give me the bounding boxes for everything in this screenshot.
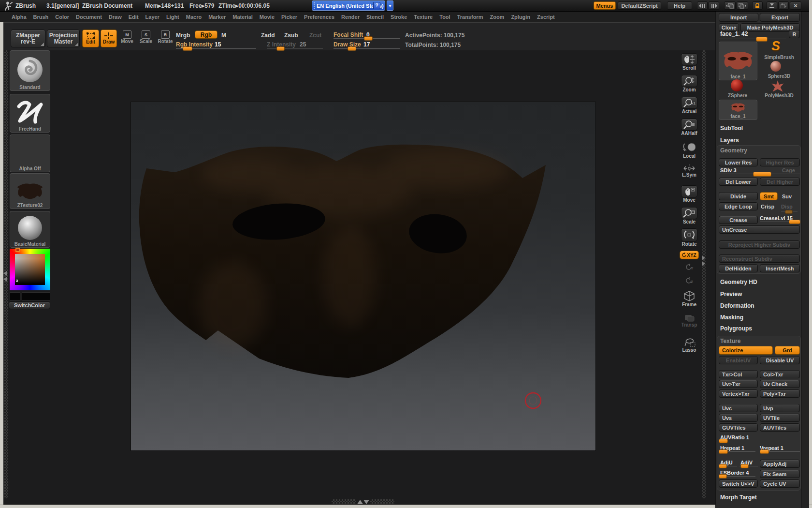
section-texture[interactable]: Texture: [720, 338, 740, 344]
guvtiles-button[interactable]: GUVTiles: [719, 423, 758, 432]
poly-txr-button[interactable]: Poly>Txr: [760, 389, 800, 398]
lock-button[interactable]: [752, 1, 763, 10]
lsym-button[interactable]: L.Sym: [679, 164, 700, 178]
auvtiles-button[interactable]: AUVTiles: [760, 423, 800, 432]
disp-slider-handle[interactable]: [785, 210, 793, 214]
rolldown-button[interactable]: [767, 1, 777, 10]
document-canvas[interactable]: [131, 102, 595, 450]
menu-item[interactable]: Layer: [145, 14, 160, 20]
crease-lvl-handle[interactable]: [789, 220, 800, 224]
fix-seam-button[interactable]: Fix Seam: [760, 470, 800, 478]
language-options-button[interactable]: ▾: [387, 0, 393, 11]
crease-button[interactable]: Crease: [719, 216, 758, 224]
menu-item[interactable]: Picker: [281, 14, 297, 20]
cage-button[interactable]: Cage: [782, 167, 795, 173]
uncrease-button[interactable]: UnCrease: [719, 225, 800, 234]
insert-mesh-button[interactable]: InsertMesh: [760, 264, 800, 272]
z-intensity-track[interactable]: [267, 48, 323, 49]
uvc-button[interactable]: Uvc: [719, 404, 758, 412]
brush-thumbnail-standard[interactable]: Standard: [10, 50, 50, 91]
menu-item[interactable]: Movie: [260, 14, 275, 20]
tool-item-slider-handle[interactable]: [756, 37, 768, 42]
draw-size-handle[interactable]: [348, 46, 356, 51]
focal-shift-handle[interactable]: [364, 36, 373, 41]
texture-thumbnail-ztexture02[interactable]: ZTexture02: [10, 173, 50, 209]
color-picker-sv-square[interactable]: [15, 254, 45, 285]
col-txr-button[interactable]: Col>Txr: [760, 370, 800, 378]
zoom-button[interactable]: Zoom: [679, 75, 700, 92]
z-intensity-handle[interactable]: [276, 46, 285, 51]
adju-handle[interactable]: [719, 464, 727, 468]
left-tray-arrows[interactable]: [3, 271, 9, 282]
secondary-color-swatch[interactable]: [22, 292, 50, 300]
rotate-mode-button[interactable]: R Rotate: [156, 30, 175, 44]
vertex-txr-button[interactable]: Vertex>Txr: [719, 389, 758, 398]
section-deformation[interactable]: Deformation: [720, 302, 754, 309]
r-button[interactable]: R: [789, 30, 800, 38]
lower-res-button[interactable]: Lower Res: [719, 158, 758, 166]
scroll-button[interactable]: Scroll: [679, 53, 700, 71]
sdiv-slider-handle[interactable]: [753, 172, 771, 177]
y-rotate-button[interactable]: Y: [679, 263, 700, 271]
menu-item[interactable]: Document: [76, 14, 102, 20]
zadd-button[interactable]: Zadd: [261, 32, 275, 39]
section-geometry-hd[interactable]: Geometry HD: [720, 279, 757, 285]
del-higher-button[interactable]: Del Higher: [760, 178, 800, 186]
restore-button[interactable]: [778, 1, 789, 10]
txr-col-button[interactable]: Txr>Col: [719, 370, 758, 378]
z-rotate-button[interactable]: Z: [679, 277, 700, 284]
color-picker[interactable]: [10, 249, 50, 290]
reproject-button[interactable]: Reproject Higher Subdiv: [719, 240, 800, 249]
main-color-swatch[interactable]: [10, 292, 20, 300]
menu-item[interactable]: Transform: [457, 14, 483, 20]
reconstruct-button[interactable]: Reconstruct Subdiv: [719, 254, 800, 263]
section-subtool[interactable]: SubTool: [720, 125, 743, 132]
xyz-button[interactable]: XYZ: [680, 251, 699, 259]
color-picker-sv-marker[interactable]: [16, 280, 18, 282]
menu-item[interactable]: Color: [55, 14, 69, 20]
transp-button[interactable]: Transp: [679, 314, 700, 328]
frame-button[interactable]: Frame: [679, 290, 700, 307]
alpha-thumbnail-off[interactable]: Alpha Off: [10, 134, 50, 172]
current-tool-thumbnail[interactable]: face_1: [719, 42, 757, 80]
section-masking[interactable]: Masking: [720, 314, 743, 321]
uv-check-button[interactable]: Uv Check: [760, 380, 800, 388]
vrepeat-handle[interactable]: [760, 449, 769, 454]
menu-item[interactable]: Light: [166, 14, 179, 20]
disp-button[interactable]: Disp: [781, 204, 793, 209]
uv-txr-button[interactable]: Uv>Txr: [719, 380, 758, 388]
menu-item[interactable]: Tool: [439, 14, 450, 20]
menu-item[interactable]: Stencil: [366, 14, 384, 20]
move-view-button[interactable]: Move: [679, 185, 700, 203]
scale-view-button[interactable]: Scale: [679, 207, 700, 224]
section-polygroups[interactable]: Polygroups: [720, 325, 752, 332]
menu-item[interactable]: Zoom: [490, 14, 504, 20]
rgb-intensity-handle[interactable]: [183, 46, 192, 51]
next-document-button[interactable]: [737, 1, 748, 10]
lasso-button[interactable]: Lasso: [679, 338, 700, 353]
cycle-uv-button[interactable]: Cycle UV: [760, 479, 800, 488]
mrgb-button[interactable]: Mrgb: [176, 32, 190, 39]
recent-tool-thumbnail[interactable]: face_1: [719, 100, 757, 120]
suv-button[interactable]: Suv: [782, 194, 792, 199]
zsub-button[interactable]: Zsub: [284, 32, 298, 39]
crisp-button[interactable]: Crisp: [761, 204, 774, 209]
menu-item[interactable]: Draw: [109, 14, 122, 20]
disable-uv-button[interactable]: Disable UV: [760, 356, 800, 364]
help-button[interactable]: Help: [667, 1, 692, 10]
actual-button[interactable]: x1 Actual: [679, 97, 700, 114]
simple-brush-icon[interactable]: S: [771, 39, 780, 54]
tool-panel-scroll-strip[interactable]: [801, 12, 809, 508]
divide-button[interactable]: Divide: [719, 192, 758, 200]
menu-item[interactable]: Zscript: [537, 14, 555, 20]
close-button[interactable]: ×: [790, 1, 801, 10]
uvtile-button[interactable]: UVTile: [760, 414, 800, 422]
language-bar-grip[interactable]: [314, 2, 315, 9]
section-layers[interactable]: Layers: [720, 137, 739, 144]
del-lower-button[interactable]: Del Lower: [719, 178, 758, 186]
local-button[interactable]: Local: [679, 143, 700, 159]
projection-master-button[interactable]: Projection Master: [47, 30, 80, 47]
auvratio-handle[interactable]: [719, 439, 728, 443]
import-button[interactable]: Import: [719, 13, 758, 22]
del-hidden-button[interactable]: DelHidden: [719, 264, 758, 272]
